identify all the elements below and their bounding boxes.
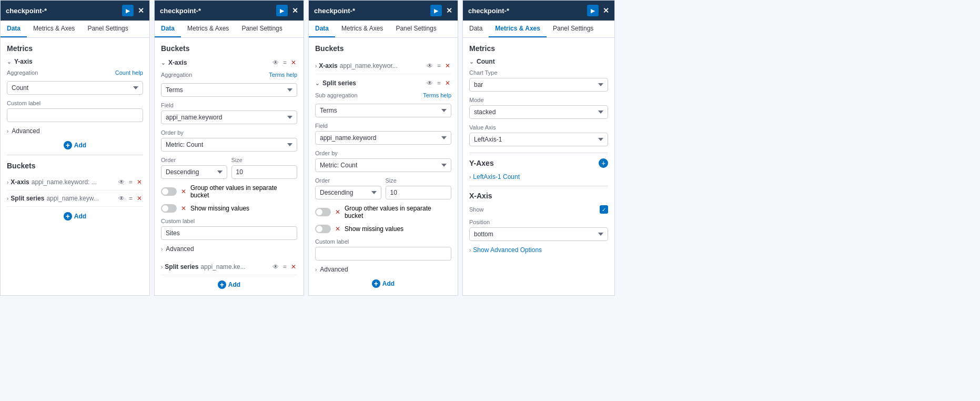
aggregation-label-1: Aggregation	[7, 69, 38, 76]
eye-icon-bucket-1[interactable]: 👁	[117, 177, 126, 187]
size-input-3[interactable]	[386, 186, 452, 199]
delete-icon-xaxis-3[interactable]: ✕	[444, 61, 451, 71]
panel-1-title: checkpoint-*	[6, 7, 47, 15]
eq-icon-bucket-1[interactable]: =	[128, 177, 134, 187]
count-header-4[interactable]: ⌄ Count	[469, 58, 608, 65]
panel-4-content: Metrics ⌄ Count Chart Type bar Mode stac…	[463, 38, 614, 295]
add-bucket-btn-1[interactable]: + Add	[7, 212, 143, 220]
delete-icon-xaxis-2[interactable]: ✕	[290, 58, 297, 67]
aggregation-select-1[interactable]: Count	[7, 81, 143, 95]
tab-panel-settings-2[interactable]: Panel Settings	[235, 21, 288, 37]
close-icon-2[interactable]: ✕	[292, 6, 298, 15]
buckets-title-3: Buckets	[315, 44, 451, 53]
terms-help-link-3[interactable]: Terms help	[423, 92, 451, 98]
eq-icon-split-2[interactable]: =	[282, 262, 288, 272]
tab-panel-settings-4[interactable]: Panel Settings	[547, 21, 600, 37]
order-col-2: Order Descending	[161, 157, 227, 179]
orderby-row-3: Order by Metric: Count	[315, 150, 451, 172]
orderby-select-2[interactable]: Metric: Count	[161, 138, 297, 152]
order-size-row-2: Order Descending Size	[161, 157, 297, 179]
aggregation-select-2[interactable]: Terms	[161, 83, 297, 97]
aggregation-select-row-1: Count	[7, 81, 143, 95]
chevron-right-icon-leftaxis-4: ›	[469, 174, 471, 180]
advanced-toggle-1[interactable]: › Advanced	[7, 127, 143, 135]
chevron-right-icon-adv-4: ›	[469, 247, 471, 253]
tab-data-4[interactable]: Data	[463, 21, 489, 37]
terms-help-link-2[interactable]: Terms help	[269, 72, 297, 78]
tab-metrics-axes-3[interactable]: Metrics & Axes	[335, 21, 389, 37]
subagg-select-3[interactable]: Terms	[315, 104, 451, 117]
eye-icon-xaxis-3[interactable]: 👁	[426, 61, 434, 71]
three-dots-icon-4[interactable]: ⋮	[598, 158, 606, 168]
delete-icon-split-3[interactable]: ✕	[444, 78, 451, 88]
close-icon-1[interactable]: ✕	[138, 6, 144, 15]
orderby-select-3[interactable]: Metric: Count	[315, 158, 451, 172]
eye-icon-split-2[interactable]: 👁	[271, 262, 280, 272]
subagg-label-3: Sub aggregation	[315, 92, 358, 98]
show-missing-toggle-3[interactable]	[315, 225, 331, 233]
play-button-2[interactable]: ▶	[276, 5, 288, 16]
play-button-4[interactable]: ▶	[587, 5, 599, 16]
add-metric-btn-1[interactable]: + Add	[7, 141, 143, 149]
group-other-x-2: ✕	[181, 188, 186, 195]
value-axis-select-4[interactable]: LeftAxis-1	[469, 133, 608, 146]
tab-data-2[interactable]: Data	[155, 21, 181, 37]
delete-icon-split-2[interactable]: ✕	[290, 262, 297, 272]
left-axis-item-4[interactable]: › LeftAxis-1 Count	[469, 173, 608, 181]
show-missing-toggle-2[interactable]	[161, 204, 177, 213]
bucket-split-value-1: appi_name.keyw...	[46, 195, 115, 202]
eq-icon-xaxis-2[interactable]: =	[282, 58, 288, 67]
y-axis-header-1[interactable]: ⌄ Y-axis	[7, 58, 143, 65]
size-input-2[interactable]	[231, 165, 298, 179]
custom-label-input-3[interactable]	[315, 247, 451, 260]
group-other-toggle-3[interactable]	[315, 208, 331, 216]
position-select-4[interactable]: bottom	[469, 227, 608, 241]
tab-data-1[interactable]: Data	[1, 21, 27, 37]
show-advanced-link-4[interactable]: › Show Advanced Options	[469, 246, 608, 254]
tab-panel-settings-3[interactable]: Panel Settings	[389, 21, 442, 37]
add-bucket-btn-2[interactable]: + Add	[161, 280, 297, 289]
add-bucket-btn-3[interactable]: + Add	[315, 279, 451, 288]
split-header-3[interactable]: ⌄ Split series	[315, 79, 356, 87]
order-select-3[interactable]: Descending	[315, 186, 381, 199]
advanced-toggle-3[interactable]: › Advanced	[315, 266, 451, 273]
eye-icon-split-1[interactable]: 👁	[117, 194, 126, 203]
delete-icon-split-1[interactable]: ✕	[136, 194, 143, 203]
custom-label-input-2[interactable]	[161, 226, 297, 240]
custom-label-input-1[interactable]	[7, 108, 143, 122]
tab-data-3[interactable]: Data	[309, 21, 335, 37]
eq-icon-split-1[interactable]: =	[128, 194, 134, 203]
play-button-3[interactable]: ▶	[430, 5, 442, 16]
order-select-2[interactable]: Descending	[161, 165, 227, 179]
tab-metrics-axes-2[interactable]: Metrics & Axes	[181, 21, 235, 37]
delete-icon-bucket-1[interactable]: ✕	[136, 177, 143, 187]
mode-select-4[interactable]: stacked	[469, 105, 608, 119]
group-other-toggle-2[interactable]	[161, 187, 177, 196]
order-label-3: Order	[315, 177, 381, 184]
count-help-link-1[interactable]: Count help	[115, 69, 143, 76]
metrics-title-1: Metrics	[7, 44, 143, 53]
chart-type-select-4[interactable]: bar	[469, 78, 608, 92]
close-icon-4[interactable]: ✕	[603, 6, 609, 15]
field-select-2[interactable]: appi_name.keyword	[161, 111, 297, 124]
buckets-title-1: Buckets	[7, 162, 143, 170]
panel-4: checkpoint-* ▶ ✕ Data Metrics & Axes Pan…	[462, 0, 615, 296]
tab-metrics-axes-4[interactable]: Metrics & Axes	[489, 21, 547, 37]
tab-metrics-axes-1[interactable]: Metrics & Axes	[27, 21, 81, 37]
eq-icon-xaxis-3[interactable]: =	[436, 61, 442, 71]
custom-label-label-2: Custom label	[161, 218, 297, 224]
play-button-1[interactable]: ▶	[122, 5, 134, 16]
eye-icon-xaxis-2[interactable]: 👁	[271, 58, 280, 67]
advanced-toggle-2[interactable]: › Advanced	[161, 245, 297, 253]
field-select-3[interactable]: appi_name.keyword	[315, 131, 451, 145]
eye-icon-split-3[interactable]: 👁	[426, 78, 434, 88]
chevron-down-icon-count-4: ⌄	[469, 59, 473, 65]
tab-panel-settings-1[interactable]: Panel Settings	[81, 21, 134, 37]
close-icon-3[interactable]: ✕	[446, 6, 452, 15]
show-checkbox-4[interactable]: ✓	[600, 205, 608, 214]
eq-icon-split-3[interactable]: =	[436, 78, 442, 88]
xaxis-header-2[interactable]: ⌄ X-axis	[161, 59, 187, 66]
order-label-2: Order	[161, 157, 227, 163]
advanced-label-1: Advanced	[12, 127, 39, 135]
custom-label-row-2: Custom label	[161, 218, 297, 240]
